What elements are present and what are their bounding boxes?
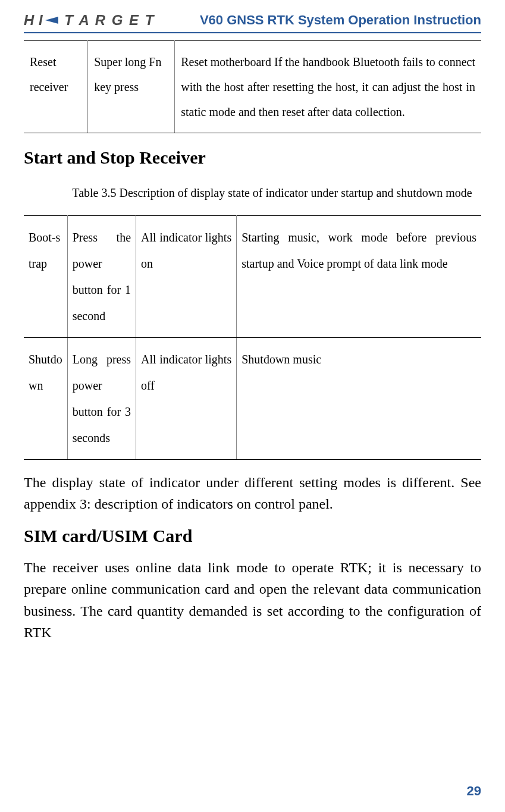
cell-operation: Super long Fn key press: [88, 41, 175, 133]
cell-operation: Long press power button for 3 seconds: [67, 338, 136, 460]
table-row: Shutdo wn Long press power button for 3 …: [24, 338, 481, 460]
cell-description: Reset motherboard If the handbook Blueto…: [175, 41, 481, 133]
cell-mode: Shutdo wn: [24, 338, 67, 460]
cell-indicator: All indicator lights off: [136, 338, 237, 460]
cell-mode: Boot-s trap: [24, 216, 67, 338]
cell-description: Shutdown music: [237, 338, 481, 460]
table-caption: Table 3.5 Description of display state o…: [24, 178, 481, 207]
cell-indicator: All indicator lights on: [136, 216, 237, 338]
svg-marker-0: [45, 17, 58, 24]
brand-logo: H I T A R G E T: [24, 12, 155, 29]
logo-triangle-icon: [45, 17, 61, 24]
cell-description: Starting music, work mode before previou…: [237, 216, 481, 338]
page-header: H I T A R G E T V60 GNSS RTK System Oper…: [24, 12, 481, 33]
logo-text-target: T A R G E T: [64, 12, 155, 29]
paragraph-sim-card: The receiver uses online data link mode …: [24, 557, 481, 644]
cell-function: Reset receiver: [24, 41, 88, 133]
table-row: Boot-s trap Press the power button for 1…: [24, 216, 481, 338]
logo-text-hi: H I: [24, 12, 43, 29]
document-title: V60 GNSS RTK System Operation Instructio…: [200, 12, 481, 28]
section-heading-start-stop: Start and Stop Receiver: [24, 148, 481, 168]
cell-operation: Press the power button for 1 second: [67, 216, 136, 338]
reset-table: Reset receiver Super long Fn key press R…: [24, 40, 481, 133]
startup-shutdown-table: Boot-s trap Press the power button for 1…: [24, 215, 481, 460]
section-heading-sim-card: SIM card/USIM Card: [24, 526, 481, 546]
paragraph-indicator-note: The display state of indicator under dif…: [24, 472, 481, 515]
page-number: 29: [467, 783, 481, 799]
table-row: Reset receiver Super long Fn key press R…: [24, 41, 481, 133]
